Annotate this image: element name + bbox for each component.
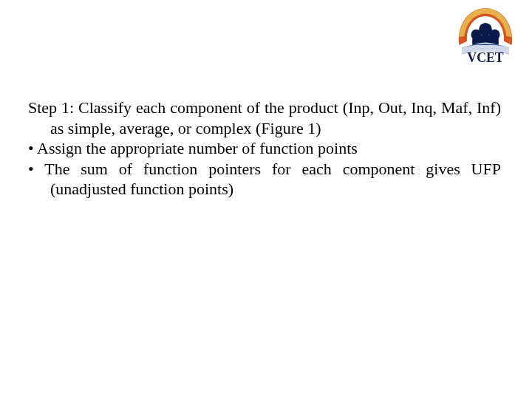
bullet-item: Assign the appropriate number of functio… [28, 138, 501, 159]
logo-text: VCET [467, 50, 504, 64]
slide: VCET Step 1: Classify each component of … [0, 0, 532, 399]
slide-body: Step 1: Classify each component of the p… [28, 98, 501, 200]
bullet-item: The sum of function pointers for each co… [28, 159, 501, 200]
vcet-logo: VCET [452, 4, 519, 64]
bullet-list: Assign the appropriate number of functio… [28, 138, 501, 200]
step-1-text: Step 1: Classify each component of the p… [28, 98, 501, 138]
